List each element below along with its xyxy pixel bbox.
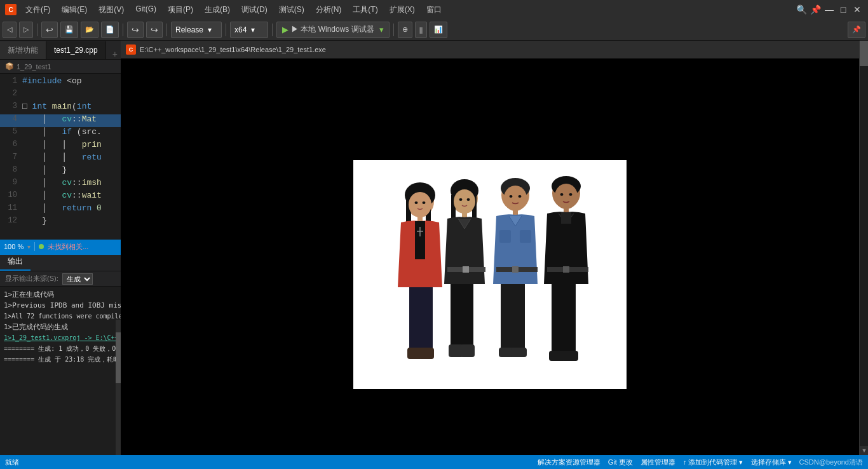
toolbar: ◁ ▷ ↩ 💾 📂 📄 ↪ ↪ Release ▾ x64 ▾ ▶ ▶ 本地 W…	[0, 19, 868, 41]
close-button[interactable]: ✕	[851, 4, 863, 15]
svg-point-5	[409, 192, 431, 217]
code-line-1: 1 #include <op	[0, 76, 121, 89]
scroll-down-icon[interactable]: ▼	[860, 446, 868, 455]
git-changes-btn[interactable]: Git 更改	[608, 458, 633, 467]
redo-button[interactable]: ↪	[127, 22, 144, 38]
tab-new-feature[interactable]: 新增功能	[0, 41, 46, 59]
status-dot	[39, 244, 44, 249]
toolbar-separator-6	[393, 24, 394, 36]
menu-project[interactable]: 项目(P)	[163, 3, 198, 17]
release-dropdown[interactable]: Release ▾	[171, 22, 222, 38]
zoom-bar: 100 % ▾ 未找到相关...	[0, 240, 121, 254]
menu-debug[interactable]: 调试(D)	[236, 3, 273, 17]
right-scrollbar-thumb[interactable]	[860, 41, 868, 66]
platform-chevron-icon: ▾	[251, 25, 255, 34]
output-scrollbar-thumb[interactable]	[116, 332, 121, 383]
output-content: 1>正在生成代码 1>Previous IPDB and IOBJ mismat…	[0, 287, 121, 455]
menu-analyze[interactable]: 分析(N)	[311, 3, 347, 17]
output-line-2: 1>Previous IPDB and IOBJ mismatch, fall …	[4, 300, 117, 311]
menu-test[interactable]: 测试(S)	[274, 3, 309, 17]
svg-rect-25	[463, 266, 469, 273]
menu-window[interactable]: 窗口	[421, 3, 447, 17]
zoom-level[interactable]: 100 %	[4, 243, 24, 250]
play-icon: ▶	[282, 25, 288, 34]
output-line-5[interactable]: 1>1_29_test1.vcxproj -> E:\C++_workspace…	[4, 332, 117, 343]
profile-button[interactable]: 📊	[430, 22, 447, 38]
debug-start-button[interactable]: ▶ ▶ 本地 Windows 调试器 ▾	[276, 22, 390, 38]
debug-dropdown-icon: ▾	[379, 25, 384, 34]
code-line-11: 11 │ return 0	[0, 203, 121, 216]
redo2-button[interactable]: ↪	[146, 22, 163, 38]
breadcrumb: 📦 1_29_test1	[0, 60, 121, 74]
menu-extensions[interactable]: 扩展(X)	[384, 3, 420, 17]
code-line-8: 8 │ }	[0, 165, 121, 178]
maximize-button[interactable]: □	[837, 4, 849, 15]
add-to-repo-btn[interactable]: ↑ 添加到代码管理 ▾	[683, 458, 743, 467]
svg-rect-13	[420, 287, 433, 351]
menu-git[interactable]: Git(G)	[130, 3, 161, 17]
project-name: 1_29_test1	[17, 63, 51, 71]
exe-titlebar: C E:\C++_workspace\1_29_test1\x64\Releas…	[121, 41, 859, 58]
menu-view[interactable]: 视图(V)	[93, 3, 129, 17]
save-button[interactable]: 💾	[60, 22, 78, 38]
svg-point-34	[519, 195, 522, 198]
toolbar-separator-4	[226, 24, 226, 36]
pause-button[interactable]: ||	[415, 22, 428, 38]
title-bar: C 文件(F) 编辑(E) 视图(V) Git(G) 项目(P) 生成(B) 调…	[0, 0, 868, 19]
toolbar-separator-5	[272, 24, 273, 36]
band-image-svg	[353, 160, 627, 389]
svg-point-33	[510, 195, 513, 198]
code-editor[interactable]: 1 #include <op 2 3 □ int main(int 4 │ cv…	[0, 74, 121, 240]
forward-button[interactable]: ▷	[19, 22, 33, 38]
code-line-6: 6 │ │ prin	[0, 140, 121, 153]
property-manager-btn[interactable]: 属性管理器	[641, 458, 675, 467]
output-scrollbar[interactable]	[116, 320, 121, 455]
menu-build[interactable]: 生成(B)	[200, 3, 235, 17]
undo-button[interactable]: ↩	[41, 22, 58, 38]
svg-rect-26	[451, 284, 463, 348]
zoom-dropdown-icon[interactable]: ▾	[27, 243, 31, 250]
output-toolbar: 显示输出来源(S): 生成	[0, 271, 121, 287]
csdn-watermark: CSDN@beyond清语	[799, 458, 863, 467]
tab-output[interactable]: 输出	[0, 254, 31, 271]
tab-test1-29[interactable]: test1_29.cpp	[46, 41, 106, 59]
menu-edit[interactable]: 编辑(E)	[57, 3, 92, 17]
select-repo-btn[interactable]: 选择存储库 ▾	[751, 458, 792, 467]
code-line-10: 10 │ cv::wait	[0, 191, 121, 203]
status-text: 未找到相关...	[48, 242, 88, 252]
open-file-button[interactable]: 📂	[81, 22, 98, 38]
minimize-button[interactable]: —	[824, 4, 835, 15]
project-icon: 📦	[5, 62, 14, 71]
output-source-select[interactable]: 生成	[62, 273, 93, 285]
menu-tools[interactable]: 工具(T)	[348, 3, 383, 17]
svg-rect-41	[512, 284, 525, 351]
menu-bar: 文件(F) 编辑(E) 视图(V) Git(G) 项目(P) 生成(B) 调试(…	[20, 3, 447, 17]
app-icon: C	[5, 4, 17, 15]
title-bar-right: 🔍 📌 — □ ✕	[796, 4, 863, 15]
output-line-6: ======== 生成: 1 成功，0 失败，0 最新，0 已跳过 ======…	[4, 343, 117, 354]
status-ready: 就绪	[5, 458, 19, 467]
debug-label: ▶ 本地 Windows 调试器	[291, 24, 374, 35]
svg-point-20	[454, 189, 475, 214]
toolbar-separator-3	[166, 24, 167, 36]
band-image-container	[353, 160, 627, 389]
code-line-4: 4 │ cv::Mat	[0, 114, 121, 127]
menu-file[interactable]: 文件(F)	[20, 3, 55, 17]
svg-point-46	[555, 184, 578, 209]
svg-rect-39	[512, 266, 519, 273]
search-icon[interactable]: 🔍	[796, 4, 807, 15]
solution-explorer-btn[interactable]: 解决方案资源管理器	[538, 458, 600, 467]
pin-button[interactable]: 📌	[848, 22, 865, 38]
exe-app-icon: C	[126, 44, 136, 55]
exe-content	[121, 76, 859, 469]
svg-rect-29	[460, 344, 475, 357]
svg-rect-50	[561, 212, 571, 224]
new-file-button[interactable]: 📄	[101, 22, 119, 38]
attach-button[interactable]: ⊕	[398, 22, 412, 38]
back-button[interactable]: ◁	[3, 22, 17, 38]
output-line-3: 1>All 72 functions were compiled because…	[4, 311, 117, 322]
svg-rect-56	[562, 351, 578, 361]
platform-dropdown[interactable]: x64 ▾	[230, 22, 268, 38]
pin-icon[interactable]: 📌	[810, 4, 821, 15]
svg-rect-52	[563, 266, 569, 273]
